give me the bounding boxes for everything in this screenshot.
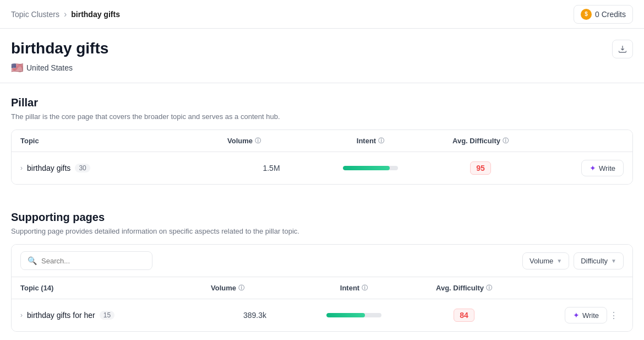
sp-col-header-action bbox=[519, 284, 607, 292]
difficulty-badge: 95 bbox=[470, 161, 491, 175]
breadcrumb-separator: › bbox=[64, 9, 67, 19]
search-input[interactable] bbox=[41, 257, 145, 265]
sp-volume-value: 389.3k bbox=[243, 311, 266, 320]
pillar-volume-cell: 1.5M bbox=[227, 164, 315, 172]
sp-col-header-intent: Intent ⓘ bbox=[299, 284, 409, 292]
pillar-topic-count: 30 bbox=[75, 164, 90, 172]
sp-table-row: › birthday gifts for her 15 389.3k 84 ✦ … bbox=[12, 299, 632, 331]
sp-more-cell: ⋮ bbox=[607, 308, 624, 323]
sp-topic-cell: › birthday gifts for her 15 bbox=[20, 311, 211, 320]
filter-group: Volume ▼ Difficulty ▼ bbox=[522, 252, 624, 269]
supporting-pages-description: Supporting page provides detailed inform… bbox=[11, 227, 633, 235]
sp-col-header-topic: Topic (14) bbox=[20, 284, 211, 292]
supporting-pages-section: Supporting pages Supporting page provide… bbox=[0, 198, 644, 340]
supporting-pages-title: Supporting pages bbox=[11, 211, 633, 224]
pillar-topic-cell: › birthday gifts 30 bbox=[20, 164, 227, 172]
breadcrumb-parent[interactable]: Topic Clusters bbox=[11, 10, 59, 19]
pillar-table-row: › birthday gifts 30 1.5M 95 ✦ Write bbox=[12, 152, 632, 184]
flag-icon: 🇺🇸 bbox=[11, 62, 23, 74]
intent-info-icon: ⓘ bbox=[378, 137, 384, 145]
sp-volume-info-icon: ⓘ bbox=[238, 284, 244, 292]
col-header-volume: Volume ⓘ bbox=[227, 137, 315, 145]
pillar-description: The pillar is the core page that covers … bbox=[11, 112, 633, 121]
pillar-intent-cell bbox=[315, 166, 425, 170]
supporting-pages-table: 🔍 Volume ▼ Difficulty ▼ Topic (14) Volum bbox=[11, 244, 633, 332]
pillar-table-header: Topic Volume ⓘ Intent ⓘ Avg. Difficulty … bbox=[12, 130, 632, 152]
sp-difficulty-info-icon: ⓘ bbox=[486, 284, 492, 292]
intent-bar bbox=[343, 166, 398, 170]
col-header-action bbox=[536, 137, 624, 145]
sp-write-button[interactable]: ✦ Write bbox=[565, 307, 607, 323]
sp-row-expand-icon[interactable]: › bbox=[20, 311, 23, 319]
sp-col-header-volume: Volume ⓘ bbox=[211, 284, 299, 292]
top-header: Topic Clusters › birthday gifts $ 0 Cred… bbox=[0, 0, 644, 29]
chevron-down-icon-2: ▼ bbox=[611, 258, 616, 264]
search-icon: 🔍 bbox=[28, 256, 37, 265]
sp-difficulty-cell: 84 bbox=[409, 309, 519, 322]
sp-topic-name: birthday gifts for her bbox=[27, 311, 95, 320]
sp-intent-bar bbox=[326, 313, 381, 317]
write-icon: ✦ bbox=[590, 164, 596, 172]
pillar-action-cell: ✦ Write bbox=[536, 160, 624, 176]
sp-volume-cell: 389.3k bbox=[211, 311, 299, 320]
sp-more-button[interactable]: ⋮ bbox=[607, 308, 620, 323]
search-input-wrap[interactable]: 🔍 bbox=[20, 251, 152, 270]
pillar-table: Topic Volume ⓘ Intent ⓘ Avg. Difficulty … bbox=[11, 129, 633, 185]
volume-info-icon: ⓘ bbox=[255, 137, 261, 145]
country-name: United States bbox=[26, 63, 73, 72]
col-header-intent: Intent ⓘ bbox=[315, 137, 425, 145]
sp-difficulty-badge: 84 bbox=[454, 309, 474, 322]
breadcrumb-current: birthday gifts bbox=[71, 10, 120, 19]
difficulty-info-icon: ⓘ bbox=[503, 137, 509, 145]
volume-filter-button[interactable]: Volume ▼ bbox=[522, 252, 569, 269]
pillar-write-button[interactable]: ✦ Write bbox=[581, 160, 624, 176]
col-header-topic: Topic bbox=[20, 137, 227, 145]
sp-intent-fill bbox=[326, 313, 365, 317]
sp-write-icon: ✦ bbox=[573, 311, 580, 320]
sp-intent-info-icon: ⓘ bbox=[362, 284, 368, 292]
sp-action-cell: ✦ Write bbox=[519, 307, 607, 323]
sp-intent-cell bbox=[299, 313, 409, 317]
sp-col-header-difficulty: Avg. Difficulty ⓘ bbox=[409, 284, 519, 292]
pillar-volume-value: 1.5M bbox=[263, 164, 280, 172]
pillar-title: Pillar bbox=[11, 96, 633, 109]
difficulty-filter-button[interactable]: Difficulty ▼ bbox=[574, 252, 624, 269]
chevron-down-icon: ▼ bbox=[556, 258, 562, 264]
pillar-topic-name: birthday gifts bbox=[27, 164, 70, 172]
breadcrumb: Topic Clusters › birthday gifts bbox=[11, 9, 120, 19]
download-button[interactable] bbox=[612, 40, 633, 58]
intent-fill bbox=[343, 166, 390, 170]
row-expand-icon[interactable]: › bbox=[20, 164, 23, 172]
pillar-difficulty-cell: 95 bbox=[425, 161, 536, 175]
coin-icon: $ bbox=[581, 9, 592, 20]
download-icon bbox=[618, 45, 627, 53]
page-title: birthday gifts bbox=[11, 40, 108, 57]
sp-col-header-more bbox=[607, 284, 624, 292]
credits-badge[interactable]: $ 0 Credits bbox=[574, 5, 633, 24]
pillar-section: Pillar The pillar is the core page that … bbox=[0, 83, 644, 198]
credits-label: 0 Credits bbox=[595, 10, 626, 19]
col-header-difficulty: Avg. Difficulty ⓘ bbox=[425, 137, 536, 145]
sp-toolbar: 🔍 Volume ▼ Difficulty ▼ bbox=[12, 245, 632, 277]
page-title-content: birthday gifts 🇺🇸 United States bbox=[11, 40, 108, 74]
sp-table-header: Topic (14) Volume ⓘ Intent ⓘ Avg. Diffic… bbox=[12, 277, 632, 299]
sp-topic-count: 15 bbox=[100, 311, 114, 320]
country-badge: 🇺🇸 United States bbox=[11, 62, 108, 74]
page-title-section: birthday gifts 🇺🇸 United States bbox=[0, 29, 644, 83]
